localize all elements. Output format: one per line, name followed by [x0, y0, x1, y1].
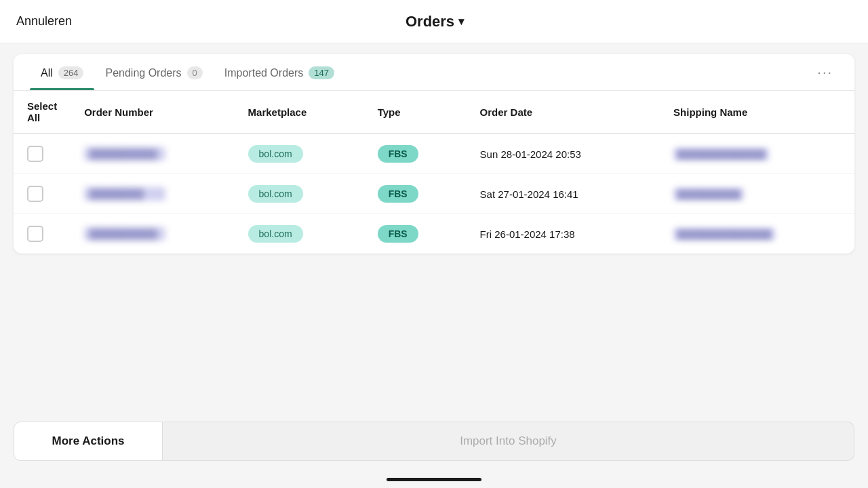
col-marketplace: Marketplace [235, 91, 364, 134]
row-checkbox-cell [14, 174, 71, 214]
row-order-number: ██████████ [71, 134, 234, 174]
import-shopify-button[interactable]: Import Into Shopify [163, 422, 854, 461]
row-shipping-name: ██████████████ [660, 134, 854, 174]
col-shipping-name: Shipping Name [660, 91, 854, 134]
row-checkbox-cell [14, 214, 71, 254]
row-type: FBS [364, 214, 467, 254]
row-checkbox[interactable] [27, 186, 43, 202]
row-shipping-name: ██████████ [660, 174, 854, 214]
col-type: Type [364, 91, 467, 134]
table-row: ██████████ bol.com FBS Sun 28-01-2024 20… [14, 134, 854, 174]
imported-badge: 147 [309, 66, 334, 79]
row-type: FBS [364, 174, 467, 214]
orders-table-container: Select All Order Number Marketplace Type [14, 91, 854, 253]
col-select-all[interactable]: Select All [14, 91, 71, 134]
page-title: Orders ▾ [406, 13, 464, 30]
orders-table: Select All Order Number Marketplace Type [14, 91, 854, 253]
row-marketplace: bol.com [235, 134, 364, 174]
cancel-button[interactable]: Annuleren [16, 14, 72, 28]
more-actions-button[interactable]: More Actions [14, 422, 163, 461]
orders-card: All 264 Pending Orders 0 Imported Orders… [14, 54, 854, 253]
table-header-row: Select All Order Number Marketplace Type [14, 91, 854, 134]
row-marketplace: bol.com [235, 214, 364, 254]
row-order-date: Sat 27-01-2024 16:41 [467, 174, 660, 214]
row-type: FBS [364, 134, 467, 174]
all-badge: 264 [58, 66, 84, 79]
tab-imported[interactable]: Imported Orders 147 [214, 54, 345, 90]
tabs-bar: All 264 Pending Orders 0 Imported Orders… [14, 54, 854, 91]
table-row: ████████ bol.com FBS Sat 27-01-2024 16:4… [14, 174, 854, 214]
tab-all[interactable]: All 264 [30, 54, 94, 90]
row-checkbox-cell [14, 134, 71, 174]
row-checkbox[interactable] [27, 226, 43, 242]
row-order-date: Sun 28-01-2024 20:53 [467, 134, 660, 174]
pending-badge: 0 [187, 66, 203, 79]
tabs-more-button[interactable]: ··· [812, 59, 838, 85]
row-shipping-name: ███████████████ [660, 214, 854, 254]
home-indicator [387, 478, 481, 481]
col-order-number: Order Number [71, 91, 234, 134]
bottom-action-bar: More Actions Import Into Shopify [0, 422, 868, 461]
tab-pending[interactable]: Pending Orders 0 [94, 54, 213, 90]
top-navigation: Annuleren Orders ▾ [0, 0, 868, 43]
orders-dropdown-icon[interactable]: ▾ [458, 15, 464, 28]
row-order-date: Fri 26-01-2024 17:38 [467, 214, 660, 254]
row-order-number: ████████ [71, 174, 234, 214]
row-checkbox[interactable] [27, 146, 43, 162]
col-order-date: Order Date [467, 91, 660, 134]
row-order-number: ██████████ [71, 214, 234, 254]
table-row: ██████████ bol.com FBS Fri 26-01-2024 17… [14, 214, 854, 254]
row-marketplace: bol.com [235, 174, 364, 214]
